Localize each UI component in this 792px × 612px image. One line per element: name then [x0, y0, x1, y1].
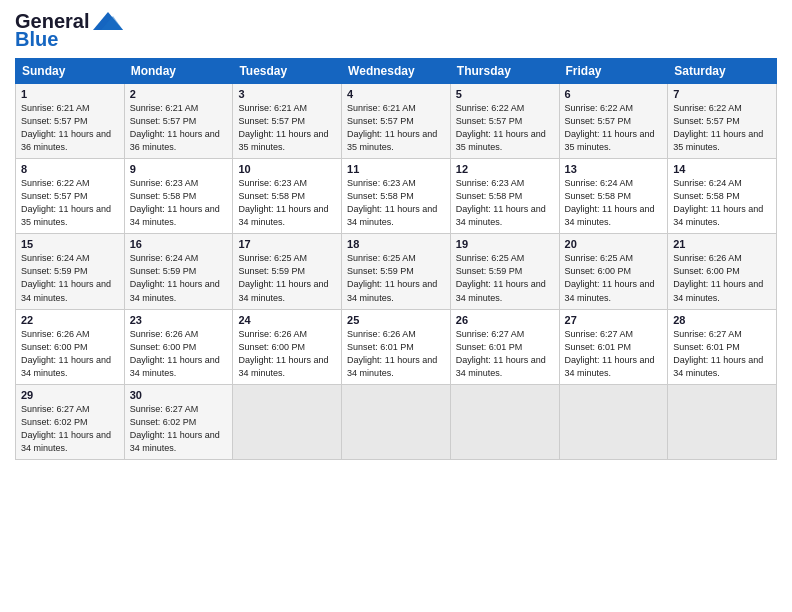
- day-info: Sunrise: 6:26 AM Sunset: 6:00 PM Dayligh…: [238, 328, 336, 380]
- daylight-label: Daylight: 11 hours and 34 minutes.: [565, 204, 655, 227]
- daylight-label: Daylight: 11 hours and 35 minutes.: [565, 129, 655, 152]
- sunset-label: Sunset: 5:58 PM: [673, 191, 740, 201]
- calendar-cell: 28 Sunrise: 6:27 AM Sunset: 6:01 PM Dayl…: [668, 309, 777, 384]
- calendar-cell: 18 Sunrise: 6:25 AM Sunset: 5:59 PM Dayl…: [342, 234, 451, 309]
- sunset-label: Sunset: 6:01 PM: [456, 342, 523, 352]
- sunrise-label: Sunrise: 6:23 AM: [238, 178, 307, 188]
- sunrise-label: Sunrise: 6:22 AM: [456, 103, 525, 113]
- calendar-header-monday: Monday: [124, 59, 233, 84]
- sunset-label: Sunset: 6:02 PM: [130, 417, 197, 427]
- day-info: Sunrise: 6:27 AM Sunset: 6:01 PM Dayligh…: [673, 328, 771, 380]
- daylight-label: Daylight: 11 hours and 34 minutes.: [347, 355, 437, 378]
- sunset-label: Sunset: 5:57 PM: [673, 116, 740, 126]
- calendar-cell: 23 Sunrise: 6:26 AM Sunset: 6:00 PM Dayl…: [124, 309, 233, 384]
- sunset-label: Sunset: 5:58 PM: [565, 191, 632, 201]
- sunset-label: Sunset: 5:59 PM: [238, 266, 305, 276]
- sunrise-label: Sunrise: 6:21 AM: [347, 103, 416, 113]
- daylight-label: Daylight: 11 hours and 34 minutes.: [456, 279, 546, 302]
- logo-blue: Blue: [15, 28, 58, 50]
- daylight-label: Daylight: 11 hours and 35 minutes.: [347, 129, 437, 152]
- sunset-label: Sunset: 5:57 PM: [238, 116, 305, 126]
- day-info: Sunrise: 6:26 AM Sunset: 6:00 PM Dayligh…: [673, 252, 771, 304]
- sunrise-label: Sunrise: 6:26 AM: [347, 329, 416, 339]
- sunset-label: Sunset: 6:00 PM: [673, 266, 740, 276]
- sunrise-label: Sunrise: 6:22 AM: [565, 103, 634, 113]
- calendar-cell: 5 Sunrise: 6:22 AM Sunset: 5:57 PM Dayli…: [450, 84, 559, 159]
- day-number: 18: [347, 238, 445, 250]
- sunset-label: Sunset: 6:00 PM: [130, 342, 197, 352]
- calendar-week-row: 22 Sunrise: 6:26 AM Sunset: 6:00 PM Dayl…: [16, 309, 777, 384]
- day-number: 11: [347, 163, 445, 175]
- calendar-cell: 9 Sunrise: 6:23 AM Sunset: 5:58 PM Dayli…: [124, 159, 233, 234]
- sunrise-label: Sunrise: 6:26 AM: [673, 253, 742, 263]
- daylight-label: Daylight: 11 hours and 34 minutes.: [130, 279, 220, 302]
- sunset-label: Sunset: 5:58 PM: [456, 191, 523, 201]
- sunrise-label: Sunrise: 6:27 AM: [456, 329, 525, 339]
- calendar-header-wednesday: Wednesday: [342, 59, 451, 84]
- daylight-label: Daylight: 11 hours and 34 minutes.: [673, 204, 763, 227]
- calendar-cell: 22 Sunrise: 6:26 AM Sunset: 6:00 PM Dayl…: [16, 309, 125, 384]
- calendar-cell: 2 Sunrise: 6:21 AM Sunset: 5:57 PM Dayli…: [124, 84, 233, 159]
- sunset-label: Sunset: 5:57 PM: [130, 116, 197, 126]
- daylight-label: Daylight: 11 hours and 35 minutes.: [238, 129, 328, 152]
- sunset-label: Sunset: 6:01 PM: [565, 342, 632, 352]
- day-info: Sunrise: 6:25 AM Sunset: 5:59 PM Dayligh…: [238, 252, 336, 304]
- daylight-label: Daylight: 11 hours and 34 minutes.: [673, 279, 763, 302]
- calendar-header-sunday: Sunday: [16, 59, 125, 84]
- sunset-label: Sunset: 6:00 PM: [238, 342, 305, 352]
- day-number: 9: [130, 163, 228, 175]
- day-number: 5: [456, 88, 554, 100]
- sunrise-label: Sunrise: 6:21 AM: [238, 103, 307, 113]
- calendar-cell: 20 Sunrise: 6:25 AM Sunset: 6:00 PM Dayl…: [559, 234, 668, 309]
- calendar-cell: 13 Sunrise: 6:24 AM Sunset: 5:58 PM Dayl…: [559, 159, 668, 234]
- day-number: 25: [347, 314, 445, 326]
- day-info: Sunrise: 6:21 AM Sunset: 5:57 PM Dayligh…: [347, 102, 445, 154]
- day-number: 3: [238, 88, 336, 100]
- day-info: Sunrise: 6:24 AM Sunset: 5:58 PM Dayligh…: [565, 177, 663, 229]
- sunrise-label: Sunrise: 6:24 AM: [673, 178, 742, 188]
- day-number: 6: [565, 88, 663, 100]
- daylight-label: Daylight: 11 hours and 34 minutes.: [21, 279, 111, 302]
- day-number: 2: [130, 88, 228, 100]
- day-number: 12: [456, 163, 554, 175]
- sunrise-label: Sunrise: 6:27 AM: [565, 329, 634, 339]
- day-number: 22: [21, 314, 119, 326]
- day-info: Sunrise: 6:23 AM Sunset: 5:58 PM Dayligh…: [130, 177, 228, 229]
- day-number: 27: [565, 314, 663, 326]
- day-info: Sunrise: 6:21 AM Sunset: 5:57 PM Dayligh…: [130, 102, 228, 154]
- sunset-label: Sunset: 5:57 PM: [347, 116, 414, 126]
- day-info: Sunrise: 6:22 AM Sunset: 5:57 PM Dayligh…: [673, 102, 771, 154]
- calendar-header-tuesday: Tuesday: [233, 59, 342, 84]
- daylight-label: Daylight: 11 hours and 34 minutes.: [21, 430, 111, 453]
- sunset-label: Sunset: 5:58 PM: [238, 191, 305, 201]
- calendar-cell: [450, 384, 559, 459]
- calendar-cell: [342, 384, 451, 459]
- sunrise-label: Sunrise: 6:25 AM: [347, 253, 416, 263]
- day-info: Sunrise: 6:22 AM Sunset: 5:57 PM Dayligh…: [21, 177, 119, 229]
- day-info: Sunrise: 6:25 AM Sunset: 6:00 PM Dayligh…: [565, 252, 663, 304]
- day-info: Sunrise: 6:25 AM Sunset: 5:59 PM Dayligh…: [456, 252, 554, 304]
- sunrise-label: Sunrise: 6:21 AM: [130, 103, 199, 113]
- day-info: Sunrise: 6:24 AM Sunset: 5:59 PM Dayligh…: [21, 252, 119, 304]
- calendar-cell: 24 Sunrise: 6:26 AM Sunset: 6:00 PM Dayl…: [233, 309, 342, 384]
- day-number: 19: [456, 238, 554, 250]
- day-number: 23: [130, 314, 228, 326]
- calendar-cell: 4 Sunrise: 6:21 AM Sunset: 5:57 PM Dayli…: [342, 84, 451, 159]
- calendar-header-row: SundayMondayTuesdayWednesdayThursdayFrid…: [16, 59, 777, 84]
- calendar-cell: 17 Sunrise: 6:25 AM Sunset: 5:59 PM Dayl…: [233, 234, 342, 309]
- day-number: 28: [673, 314, 771, 326]
- day-number: 21: [673, 238, 771, 250]
- sunrise-label: Sunrise: 6:26 AM: [21, 329, 90, 339]
- calendar-week-row: 1 Sunrise: 6:21 AM Sunset: 5:57 PM Dayli…: [16, 84, 777, 159]
- day-info: Sunrise: 6:21 AM Sunset: 5:57 PM Dayligh…: [21, 102, 119, 154]
- day-info: Sunrise: 6:23 AM Sunset: 5:58 PM Dayligh…: [238, 177, 336, 229]
- daylight-label: Daylight: 11 hours and 34 minutes.: [238, 279, 328, 302]
- daylight-label: Daylight: 11 hours and 36 minutes.: [130, 129, 220, 152]
- sunrise-label: Sunrise: 6:22 AM: [673, 103, 742, 113]
- sunset-label: Sunset: 6:01 PM: [673, 342, 740, 352]
- calendar-cell: 8 Sunrise: 6:22 AM Sunset: 5:57 PM Dayli…: [16, 159, 125, 234]
- sunset-label: Sunset: 5:57 PM: [565, 116, 632, 126]
- sunrise-label: Sunrise: 6:24 AM: [130, 253, 199, 263]
- sunset-label: Sunset: 5:57 PM: [21, 191, 88, 201]
- day-info: Sunrise: 6:27 AM Sunset: 6:01 PM Dayligh…: [456, 328, 554, 380]
